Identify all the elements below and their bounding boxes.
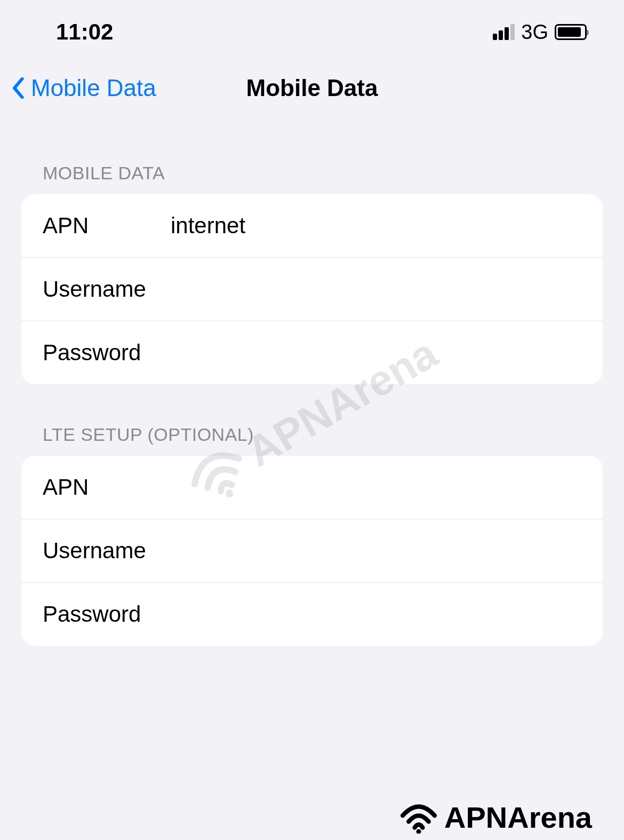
field-label: APN bbox=[43, 213, 171, 239]
username-row[interactable]: Username bbox=[21, 519, 603, 583]
password-row[interactable]: Password bbox=[21, 321, 603, 384]
status-time: 11:02 bbox=[56, 19, 113, 45]
watermark-bottom: APNArena bbox=[397, 800, 592, 835]
apn-row[interactable]: APN bbox=[21, 456, 603, 519]
network-type: 3G bbox=[521, 21, 548, 44]
username-row[interactable]: Username bbox=[21, 258, 603, 321]
password-input[interactable] bbox=[171, 340, 581, 366]
back-button[interactable]: Mobile Data bbox=[11, 75, 156, 101]
nav-title: Mobile Data bbox=[246, 75, 378, 101]
wifi-icon bbox=[397, 802, 440, 834]
section-header: LTE SETUP (OPTIONAL) bbox=[0, 384, 624, 456]
navigation-bar: Mobile Data Mobile Data bbox=[0, 53, 624, 123]
cellular-signal-icon bbox=[493, 24, 515, 40]
chevron-left-icon bbox=[11, 77, 27, 99]
status-bar: 11:02 3G bbox=[0, 0, 624, 53]
section-header: MOBILE DATA bbox=[0, 123, 624, 194]
status-right: 3G bbox=[493, 21, 587, 44]
watermark-text: APNArena bbox=[444, 800, 592, 835]
section-group: APN Username Password bbox=[21, 456, 603, 646]
field-label: Username bbox=[43, 538, 171, 564]
section-mobile-data: MOBILE DATA APN Username Password bbox=[0, 123, 624, 384]
field-label: APN bbox=[43, 474, 171, 500]
section-group: APN Username Password bbox=[21, 194, 603, 384]
apn-input[interactable] bbox=[171, 474, 581, 500]
battery-icon bbox=[555, 24, 587, 40]
back-label: Mobile Data bbox=[31, 75, 156, 101]
apn-row[interactable]: APN bbox=[21, 194, 603, 258]
username-input[interactable] bbox=[171, 538, 581, 564]
svg-point-1 bbox=[417, 829, 421, 833]
field-label: Password bbox=[43, 601, 171, 627]
password-input[interactable] bbox=[171, 601, 581, 627]
password-row[interactable]: Password bbox=[21, 583, 603, 646]
field-label: Username bbox=[43, 276, 171, 302]
apn-input[interactable] bbox=[171, 213, 581, 239]
field-label: Password bbox=[43, 340, 171, 366]
section-lte-setup: LTE SETUP (OPTIONAL) APN Username Passwo… bbox=[0, 384, 624, 646]
username-input[interactable] bbox=[171, 276, 581, 302]
